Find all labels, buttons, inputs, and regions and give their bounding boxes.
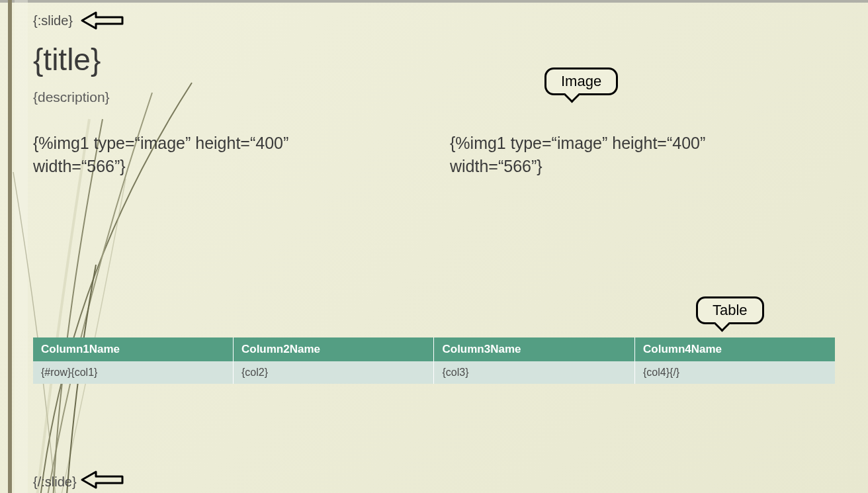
table-cell-col4: {col4}{/}: [635, 361, 836, 384]
table-cell-col1: {#row}{col1}: [33, 361, 233, 384]
template-table: Column1Name Column2Name Column3Name Colu…: [33, 337, 835, 384]
table-header-4: Column4Name: [635, 337, 836, 361]
table-header-2: Column2Name: [233, 337, 434, 361]
slide-close-tag: {/:slide}: [33, 474, 77, 490]
table-cell-col3: {col3}: [434, 361, 635, 384]
description-placeholder: {description}: [33, 89, 835, 105]
table-row: {#row}{col1} {col2} {col3} {col4}{/}: [33, 361, 835, 384]
table-header-row: Column1Name Column2Name Column3Name Colu…: [33, 337, 835, 361]
arrow-left-icon: [79, 11, 126, 30]
image-placeholder-row: {%img1 type=“image” height=“400” width=“…: [33, 132, 835, 178]
image-placeholder-1: {%img1 type=“image” height=“400” width=“…: [33, 132, 351, 178]
table-header-1: Column1Name: [33, 337, 233, 361]
annotation-table-callout: Table: [696, 296, 764, 324]
table-placeholder: Column1Name Column2Name Column3Name Colu…: [33, 337, 835, 384]
annotation-image-callout: Image: [544, 67, 618, 95]
table-header-3: Column3Name: [434, 337, 635, 361]
title-placeholder: {title}: [33, 42, 835, 77]
arrow-left-icon: [79, 470, 126, 490]
slide-open-tag: {:slide}: [33, 13, 835, 28]
image-placeholder-2: {%img1 type=“image” height=“400” width=“…: [450, 132, 767, 178]
table-cell-col2: {col2}: [233, 361, 434, 384]
